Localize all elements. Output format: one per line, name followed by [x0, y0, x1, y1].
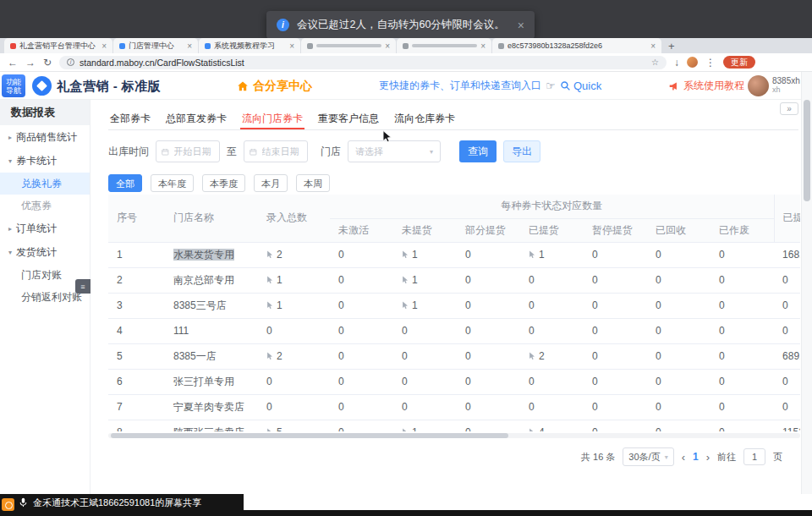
quick-filter-year[interactable]: 本年度	[151, 174, 194, 192]
store-filter-label: 门店	[321, 145, 341, 159]
cell-count-link[interactable]: 1	[393, 242, 457, 267]
browser-menu-icon[interactable]: ⋮	[705, 58, 716, 68]
share-center-link[interactable]: 合分享中心	[237, 72, 312, 100]
tab-all-cards[interactable]: 全部券卡	[108, 108, 152, 129]
cell-amount: 0	[774, 369, 800, 394]
tab-close-icon[interactable]: ×	[385, 41, 390, 51]
store-select[interactable]: 请选择 ▾	[348, 140, 441, 162]
forward-icon[interactable]: →	[25, 58, 36, 68]
sidebar-item-exchange-coupon[interactable]: 兑换礼券	[0, 173, 90, 195]
quick-filter-all[interactable]: 全部	[108, 174, 142, 192]
app-icon[interactable]	[2, 498, 14, 511]
cell-index: 5	[108, 343, 165, 369]
end-date-field[interactable]	[261, 145, 302, 157]
scrollbar-thumb[interactable]	[804, 100, 810, 201]
tab-close-icon[interactable]: ×	[480, 41, 486, 51]
pagination-total: 共 16 条	[581, 451, 615, 464]
new-tab-button[interactable]: +	[668, 40, 675, 52]
bookmark-star-icon[interactable]: ☆	[651, 58, 659, 67]
tutorial-link[interactable]: 系统使用教程	[668, 72, 744, 100]
site-info-icon[interactable]: i	[67, 58, 74, 66]
tab-close-icon[interactable]: ×	[650, 41, 656, 51]
goto-page-input[interactable]	[743, 448, 765, 465]
tab-warehouse-cards[interactable]: 流向仓库券卡	[392, 108, 457, 129]
browser-tab[interactable]: e8c573980b1328a258fd2e6 ×	[492, 38, 661, 53]
browser-tab[interactable]: 礼盒营销平台管理中心 ×	[4, 38, 112, 53]
sidebar-item-card-stats[interactable]: ▾ 券卡统计	[0, 149, 90, 173]
tab-close-icon[interactable]: ×	[187, 41, 192, 51]
cell-amount: 0	[774, 293, 800, 318]
browser-profile-avatar[interactable]	[687, 57, 698, 68]
screen-share-bar: 金禾通技术王斌18662591081的屏幕共享	[0, 494, 244, 511]
quick-filter-quarter[interactable]: 本季度	[202, 174, 245, 192]
cell-count-link[interactable]: 1	[393, 293, 457, 318]
col-header-voided: 已作废	[710, 218, 774, 242]
cell-count: 0	[710, 369, 774, 394]
page-size-select[interactable]: 30条/页 ▾	[623, 447, 673, 466]
browser-tab[interactable]: ×	[301, 38, 396, 53]
sidebar-item-discount-coupon[interactable]: 优惠券	[0, 195, 90, 217]
cell-count-link[interactable]: 2	[520, 343, 584, 369]
url-bar[interactable]: i standard.maboy.cn/CardFlowStatisticsLi…	[59, 56, 667, 69]
current-page[interactable]: 1	[693, 451, 699, 463]
next-page-button[interactable]: ›	[706, 451, 710, 464]
cell-count-link[interactable]: 1	[258, 293, 330, 318]
cell-count: 0	[584, 242, 647, 267]
cell-count-link[interactable]: 1	[258, 267, 330, 293]
tab-store-cards[interactable]: 流向门店券卡	[240, 108, 304, 129]
cell-count: 0	[330, 242, 393, 267]
user-name: 8385xh	[772, 76, 800, 85]
quick-tip-text: 更快捷的券卡、订单和快递查询入口	[379, 72, 541, 100]
close-icon[interactable]: ×	[518, 19, 524, 32]
horizontal-scrollbar[interactable]	[108, 433, 800, 438]
scrollbar-thumb[interactable]	[111, 433, 508, 438]
quick-search-link[interactable]: Quick	[573, 72, 601, 100]
search-button[interactable]: 查询	[459, 140, 497, 162]
vertical-scrollbar[interactable]	[801, 72, 812, 494]
sidebar-item-shipping-stats[interactable]: ▾ 发货统计	[0, 240, 90, 264]
cell-count-link[interactable]: 1	[393, 420, 457, 431]
nav-toggle-button[interactable]: 功能 导航	[2, 74, 25, 97]
refresh-icon[interactable]: ↻	[43, 58, 52, 68]
table-row: 4111000000000	[108, 318, 800, 343]
start-date-input[interactable]	[156, 140, 220, 162]
start-date-field[interactable]	[173, 145, 214, 157]
browser-tab[interactable]: 系统视频教程学习 ×	[199, 38, 300, 53]
cell-count: 0	[457, 267, 520, 293]
back-icon[interactable]: ←	[8, 58, 18, 68]
cell-count: 0	[330, 267, 393, 293]
cell-count: 0	[520, 369, 584, 394]
cell-count-link[interactable]: 2	[258, 343, 330, 369]
cell-count-link[interactable]: 1	[393, 267, 457, 293]
prev-page-button[interactable]: ‹	[682, 451, 685, 464]
quick-filter-week[interactable]: 本周	[296, 174, 330, 192]
cell-store-name: 陕西张三专卖店	[165, 420, 258, 431]
cell-count: 0	[710, 343, 774, 369]
cell-count-link[interactable]: 5	[258, 420, 330, 431]
app-header: 功能 导航 礼盒营销 - 标准版 合分享中心 更快捷的券卡、订单和快递查询入口 …	[0, 72, 812, 100]
sidebar-collapse-handle[interactable]: ≡	[75, 279, 91, 294]
tab-close-icon[interactable]: ×	[102, 41, 107, 51]
quick-filter-month[interactable]: 本月	[254, 174, 288, 192]
tab-close-icon[interactable]: ×	[289, 41, 294, 51]
sidebar-item-product-sales[interactable]: ▸ 商品销售统计	[0, 125, 90, 149]
update-button[interactable]: 更新	[723, 56, 755, 69]
cell-count-link[interactable]: 4	[520, 420, 584, 431]
browser-tab[interactable]: 门店管理中心 ×	[113, 38, 198, 53]
screen: i 会议已超过2人，自动转为60分钟限时会议。 × 礼盒营销平台管理中心 × 门…	[0, 0, 812, 516]
end-date-input[interactable]	[244, 140, 308, 162]
cell-count-link[interactable]: 2	[258, 242, 330, 267]
cell-count: 0	[520, 293, 584, 318]
export-button[interactable]: 导出	[503, 140, 540, 162]
tab-hq-cards[interactable]: 总部直发券卡	[164, 108, 228, 129]
user-avatar[interactable]	[748, 75, 769, 96]
sidebar-item-order-stats[interactable]: ▸ 订单统计	[0, 217, 90, 240]
cell-count-link[interactable]: 1	[520, 242, 584, 267]
cell-count: 0	[710, 267, 774, 293]
download-icon[interactable]: ↓	[674, 58, 679, 68]
browser-tab[interactable]: ×	[397, 38, 491, 53]
caret-down-icon: ▾	[8, 249, 12, 256]
taskbar-strip	[0, 510, 812, 516]
tab-customer-info[interactable]: 重要客户信息	[316, 108, 381, 129]
cell-store-name: 8385一店	[165, 343, 258, 369]
